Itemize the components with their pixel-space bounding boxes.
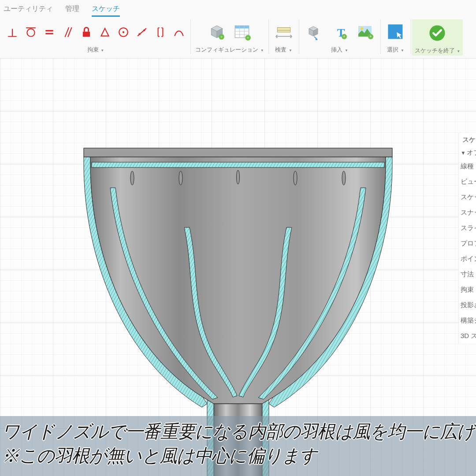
constraint-bracket-icon[interactable] bbox=[153, 25, 167, 39]
group-label-inspect: 検査 ▼ bbox=[275, 46, 292, 54]
viewport[interactable]: スケ ▼オプ 線種 ビュー正 スケッチ スナップ スライス プロファ ポイント … bbox=[0, 58, 476, 476]
group-label-constraint: 拘束 ▼ bbox=[87, 46, 104, 54]
svg-text:+: + bbox=[343, 34, 345, 39]
svg-point-40 bbox=[130, 171, 134, 185]
palette-title: スケ bbox=[459, 133, 476, 147]
svg-rect-38 bbox=[84, 148, 392, 157]
parallel-icon[interactable] bbox=[61, 25, 75, 39]
svg-point-43 bbox=[294, 171, 297, 185]
palette-item[interactable]: スライス bbox=[459, 220, 476, 236]
curvature-icon[interactable] bbox=[172, 25, 186, 39]
ribbon-tabs: ユーティリティ 管理 スケッチ bbox=[0, 0, 476, 18]
checkmark-circle-icon bbox=[427, 22, 448, 44]
tangent-icon[interactable] bbox=[24, 25, 38, 39]
sketch-palette: スケ ▼オプ 線種 ビュー正 スケッチ スナップ スライス プロファ ポイント … bbox=[458, 133, 476, 344]
fix-lock-icon[interactable] bbox=[79, 25, 93, 39]
group-label-config: コンフィギュレーション ▼ bbox=[195, 46, 264, 54]
palette-item[interactable]: スナップ bbox=[459, 205, 476, 220]
perpendicular-icon[interactable] bbox=[5, 25, 19, 39]
svg-point-1 bbox=[27, 29, 34, 36]
svg-point-8 bbox=[123, 31, 124, 33]
insert-text-icon[interactable]: T + bbox=[329, 22, 350, 43]
svg-text:+: + bbox=[247, 35, 249, 40]
equal-icon[interactable] bbox=[42, 25, 56, 39]
svg-point-44 bbox=[342, 171, 346, 185]
svg-line-9 bbox=[138, 28, 146, 36]
caption-line-2: ※この羽根が無いと風は中心に偏ります bbox=[2, 444, 465, 468]
svg-rect-22 bbox=[277, 28, 290, 33]
palette-options-header[interactable]: ▼オプ bbox=[459, 147, 476, 159]
svg-point-11 bbox=[143, 30, 145, 31]
finish-sketch-button[interactable]: スケッチを終了 ▼ bbox=[412, 19, 463, 56]
config-table-icon[interactable]: + bbox=[232, 22, 253, 43]
symmetry-icon[interactable] bbox=[98, 25, 112, 39]
palette-item[interactable]: 拘束 bbox=[459, 282, 476, 298]
svg-point-42 bbox=[237, 170, 240, 184]
insert-image-icon[interactable]: + bbox=[355, 22, 376, 43]
svg-text:+: + bbox=[220, 34, 223, 39]
svg-rect-39 bbox=[92, 162, 384, 167]
group-label-select: 選択 ▼ bbox=[387, 46, 404, 54]
group-label-insert: 挿入 ▼ bbox=[331, 46, 348, 54]
palette-item[interactable]: プロファ bbox=[459, 236, 476, 251]
svg-point-41 bbox=[179, 171, 182, 185]
insert-derive-icon[interactable] bbox=[304, 22, 325, 43]
tab-utility[interactable]: ユーティリティ bbox=[4, 4, 53, 17]
config-solid-icon[interactable]: + bbox=[206, 22, 227, 43]
svg-point-28 bbox=[361, 27, 363, 30]
toolbar: 拘束 ▼ + bbox=[0, 18, 476, 58]
tab-manage[interactable]: 管理 bbox=[65, 4, 79, 17]
palette-item[interactable]: 線種 bbox=[459, 159, 476, 174]
palette-item[interactable]: 投影さ bbox=[459, 298, 476, 313]
select-icon[interactable] bbox=[385, 22, 406, 43]
svg-rect-31 bbox=[388, 24, 402, 39]
group-label-finish: スケッチを終了 ▼ bbox=[415, 47, 461, 55]
palette-item[interactable]: 構築ジ bbox=[459, 313, 476, 328]
svg-point-10 bbox=[138, 33, 140, 35]
palette-item[interactable]: 3D スケ bbox=[459, 328, 476, 344]
palette-item[interactable]: ポイント bbox=[459, 251, 476, 267]
svg-rect-15 bbox=[235, 26, 249, 28]
palette-item[interactable]: スケッチ bbox=[459, 190, 476, 205]
collinear-icon[interactable] bbox=[135, 25, 149, 39]
palette-item[interactable]: ビュー正 bbox=[459, 174, 476, 190]
concentric-icon[interactable] bbox=[116, 25, 130, 39]
svg-rect-6 bbox=[83, 32, 90, 37]
tab-sketch[interactable]: スケッチ bbox=[92, 4, 120, 17]
palette-item[interactable]: 寸法 bbox=[459, 267, 476, 282]
measure-icon[interactable] bbox=[273, 22, 294, 43]
caption-line-1: ワイドノズルで一番重要になる内部の羽根は風を均一に広げます bbox=[2, 420, 465, 444]
svg-text:+: + bbox=[369, 34, 372, 39]
caption-overlay: ワイドノズルで一番重要になる内部の羽根は風を均一に広げます ※この羽根が無いと風… bbox=[0, 416, 476, 476]
